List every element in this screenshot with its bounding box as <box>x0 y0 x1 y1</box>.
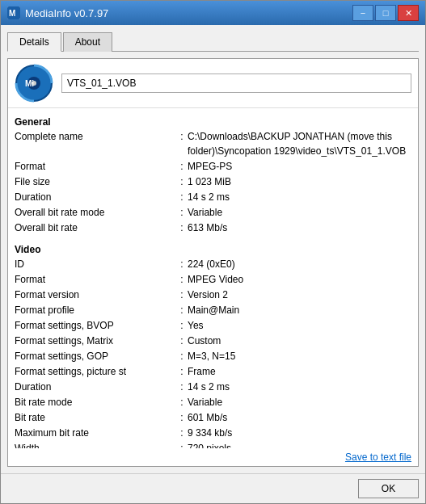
value-overall-bitrate-mode: Variable <box>188 205 222 220</box>
label-complete-name: Complete name <box>15 129 176 158</box>
value-bitrate: 601 Mb/s <box>188 410 227 425</box>
svg-text:M: M <box>9 9 15 18</box>
value-format-version: Version 2 <box>188 288 228 302</box>
value-format-profile: Main@Main <box>188 303 239 317</box>
info-row-complete-name: Complete name : C:\Downloads\BACKUP JONA… <box>15 129 411 158</box>
label-format-version: Format version <box>15 288 176 302</box>
maximize-button[interactable]: □ <box>375 5 396 21</box>
general-section-header: General <box>15 116 411 128</box>
label-video-duration: Duration <box>15 380 176 394</box>
info-row-format-profile: Format profile : Main@Main <box>15 303 411 317</box>
label-bitrate: Bit rate <box>15 410 176 425</box>
label-overall-bitrate: Overall bit rate <box>15 220 176 235</box>
label-picture-st: Format settings, picture st <box>15 364 176 379</box>
value-complete-name: C:\Downloads\BACKUP JONATHAN (move this … <box>188 129 411 158</box>
label-gop: Format settings, GOP <box>15 349 176 363</box>
label-matrix: Format settings, Matrix <box>15 334 176 348</box>
label-filesize: File size <box>15 174 176 189</box>
info-row-duration: Duration : 14 s 2 ms <box>15 190 411 204</box>
tab-bar: Details About <box>7 32 419 52</box>
save-to-text-link[interactable]: Save to text file <box>345 452 411 463</box>
info-row-video-format: Format : MPEG Video <box>15 272 411 287</box>
window-title: MediaInfo v0.7.97 <box>25 7 108 19</box>
label-width: Width <box>15 441 176 448</box>
minimize-button[interactable]: − <box>352 5 373 21</box>
content-area: Details About Mi <box>1 25 425 473</box>
info-row-width: Width : 720 pixels <box>15 441 411 448</box>
value-gop: M=3, N=15 <box>188 349 235 363</box>
close-button[interactable]: ✕ <box>398 5 419 21</box>
value-video-duration: 14 s 2 ms <box>188 380 230 394</box>
value-bitrate-mode: Variable <box>188 395 222 410</box>
value-max-bitrate: 9 334 kb/s <box>188 426 232 440</box>
file-path-input[interactable] <box>61 74 411 93</box>
label-format: Format <box>15 159 176 174</box>
label-bitrate-mode: Bit rate mode <box>15 395 176 410</box>
title-bar-left: M MediaInfo v0.7.97 <box>7 6 108 19</box>
info-row-video-duration: Duration : 14 s 2 ms <box>15 380 411 394</box>
info-row-filesize: File size : 1 023 MiB <box>15 174 411 189</box>
info-row-format: Format : MPEG-PS <box>15 159 411 174</box>
label-duration: Duration <box>15 190 176 204</box>
file-header: Mi <box>8 59 418 108</box>
value-overall-bitrate: 613 Mb/s <box>188 220 227 235</box>
info-scroll-area[interactable]: General Complete name : C:\Downloads\BAC… <box>8 108 418 448</box>
info-row-format-version: Format version : Version 2 <box>15 288 411 302</box>
tab-about[interactable]: About <box>63 32 112 52</box>
ok-button[interactable]: OK <box>358 479 419 498</box>
value-video-format: MPEG Video <box>188 272 243 287</box>
main-window: M MediaInfo v0.7.97 − □ ✕ Details About <box>0 0 426 504</box>
label-video-format: Format <box>15 272 176 287</box>
info-row-bitrate: Bit rate : 601 Mb/s <box>15 410 411 425</box>
video-section-header: Video <box>15 244 411 255</box>
label-format-profile: Format profile <box>15 303 176 317</box>
value-format: MPEG-PS <box>188 159 232 174</box>
main-panel: Mi General Complete name : C:\Downloads\… <box>7 58 419 467</box>
bottom-bar: Save to text file <box>8 448 418 466</box>
svg-text:Mi: Mi <box>25 79 34 88</box>
value-picture-st: Frame <box>188 364 216 379</box>
label-max-bitrate: Maximum bit rate <box>15 426 176 440</box>
app-icon: M <box>7 6 20 19</box>
info-row-overall-bitrate-mode: Overall bit rate mode : Variable <box>15 205 411 220</box>
info-row-bitrate-mode: Bit rate mode : Variable <box>15 395 411 410</box>
info-row-gop: Format settings, GOP : M=3, N=15 <box>15 349 411 363</box>
value-filesize: 1 023 MiB <box>188 174 231 189</box>
info-row-bvop: Format settings, BVOP : Yes <box>15 318 411 333</box>
info-row-max-bitrate: Maximum bit rate : 9 334 kb/s <box>15 426 411 440</box>
dialog-bottom: OK <box>1 473 425 503</box>
value-matrix: Custom <box>188 334 221 348</box>
value-duration: 14 s 2 ms <box>188 190 230 204</box>
value-bvop: Yes <box>188 318 204 333</box>
label-overall-bitrate-mode: Overall bit rate mode <box>15 205 176 220</box>
info-row-matrix: Format settings, Matrix : Custom <box>15 334 411 348</box>
value-id: 224 (0xE0) <box>188 257 235 271</box>
tab-details[interactable]: Details <box>7 32 61 52</box>
title-bar-buttons: − □ ✕ <box>352 5 419 21</box>
info-row-overall-bitrate: Overall bit rate : 613 Mb/s <box>15 220 411 235</box>
label-bvop: Format settings, BVOP <box>15 318 176 333</box>
title-bar: M MediaInfo v0.7.97 − □ ✕ <box>1 1 425 25</box>
label-id: ID <box>15 257 176 271</box>
info-row-id: ID : 224 (0xE0) <box>15 257 411 271</box>
info-row-picture-st: Format settings, picture st : Frame <box>15 364 411 379</box>
value-width: 720 pixels <box>188 441 231 448</box>
mediainfo-icon: Mi <box>15 64 53 103</box>
